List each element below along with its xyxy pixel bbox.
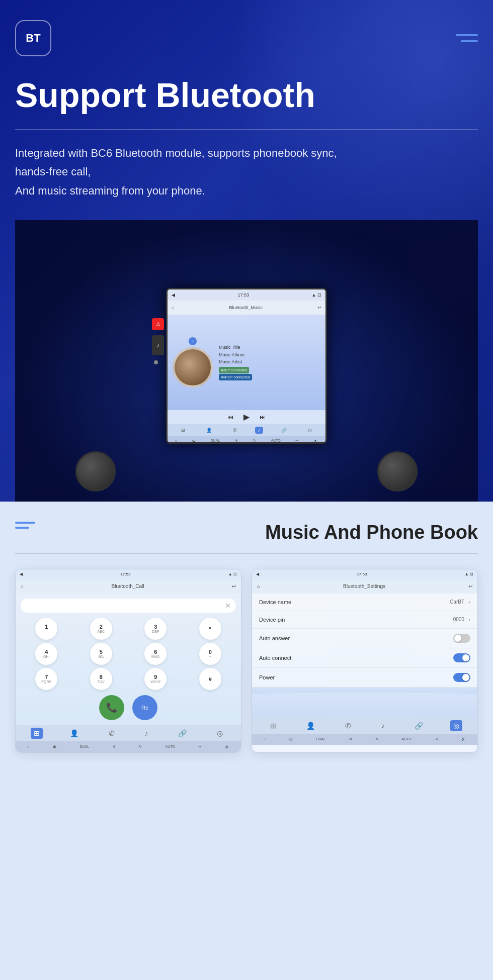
dial-key-6[interactable]: 6MNO	[144, 643, 167, 665]
next-button[interactable]: ⏭	[260, 414, 266, 421]
settings-tab-music[interactable]: ♪	[378, 720, 387, 731]
settings-tab-eye[interactable]: ◎	[450, 720, 462, 731]
sys-fan[interactable]: ❄	[235, 439, 238, 443]
settings-sys-arrow[interactable]: ⇥	[435, 737, 438, 741]
sys-recycle[interactable]: ↻	[253, 439, 256, 443]
settings-home-icon[interactable]: ⌂	[257, 583, 260, 589]
settings-screen-title: Bluetooth_Settings	[343, 583, 385, 589]
side-buttons: ⚠ ♪	[152, 318, 164, 364]
call-tab-link[interactable]: 🔗	[175, 728, 190, 739]
call-sys-home[interactable]: ⌂	[27, 745, 29, 748]
home-icon[interactable]: ⌂	[172, 305, 174, 310]
sys-power[interactable]: ⏻	[192, 439, 196, 442]
tab-music[interactable]: ♪	[255, 427, 264, 434]
phone-input[interactable]: ✕	[21, 599, 236, 613]
dial-key-7[interactable]: 7PQRS	[35, 668, 57, 690]
screen-nav-title: Bluetooth_Music	[229, 305, 263, 310]
call-back-arrow[interactable]: ◀	[20, 572, 23, 576]
sys-arrow[interactable]: ⇥	[295, 439, 298, 443]
status-icons: ▲ ⊡	[312, 292, 321, 298]
knob-right	[377, 451, 418, 492]
wave-decoration	[252, 688, 477, 718]
call-tab-music[interactable]: ♪	[141, 728, 151, 739]
screen-controls: ⏮ ▶ ⏭	[168, 410, 325, 424]
settings-sys-vol[interactable]: 🔊	[461, 737, 466, 741]
setting-row-device-pin[interactable]: Device pin 0000 ›	[252, 611, 477, 629]
settings-sys-recycle[interactable]: ↻	[375, 737, 378, 741]
setting-row-device-name[interactable]: Device name CarBT ›	[252, 594, 477, 611]
a2dp-badge: A2DP connected	[219, 367, 249, 373]
back-icon[interactable]: ↩	[317, 305, 321, 310]
tab-link[interactable]: 🔗	[278, 427, 290, 434]
call-tab-grid[interactable]: ⊞	[31, 728, 43, 739]
settings-tab-link[interactable]: 🔗	[412, 720, 426, 731]
call-status-icons: ▲ ⊡	[228, 572, 237, 576]
call-sys-recycle[interactable]: ↻	[139, 745, 142, 749]
dial-key-hash[interactable]: #	[199, 668, 221, 690]
dial-grid: 1— 2ABC 3DEF * 4GHI 5JKL	[21, 618, 236, 690]
dial-key-8[interactable]: 8TUV	[90, 668, 112, 690]
device-pin-value: 0000	[453, 617, 464, 622]
settings-back-icon[interactable]: ↩	[468, 583, 472, 589]
auto-answer-toggle[interactable]	[453, 634, 470, 643]
hero-section: BT Support Bluetooth Integrated with BC6…	[0, 0, 493, 502]
call-sys-arrow[interactable]: ⇥	[198, 745, 201, 749]
dial-key-2[interactable]: 2ABC	[90, 618, 112, 640]
settings-tab-contact[interactable]: 👤	[303, 720, 318, 731]
call-sys-power[interactable]: ⏻	[53, 745, 56, 748]
redial-button[interactable]: Re	[132, 695, 157, 720]
dial-key-4[interactable]: 4GHI	[35, 643, 57, 665]
dial-key-1[interactable]: 1—	[35, 618, 57, 640]
track-info: Music Title Music Album Music Artist A2D…	[219, 344, 252, 380]
prev-button[interactable]: ⏮	[227, 414, 233, 421]
clear-icon[interactable]: ✕	[225, 602, 231, 610]
setting-row-auto-answer[interactable]: Auto answer	[252, 629, 477, 648]
call-sys-fan[interactable]: ❄	[113, 745, 116, 749]
call-home-icon[interactable]: ⌂	[21, 583, 24, 589]
play-button[interactable]: ▶	[243, 412, 250, 422]
call-sys-vol[interactable]: 🔊	[225, 745, 229, 749]
tab-contacts[interactable]: 👤	[203, 427, 215, 434]
menu-icon[interactable]	[456, 34, 478, 42]
call-button[interactable]: 📞	[99, 695, 124, 720]
bt-logo: BT	[15, 20, 51, 56]
settings-status-icons: ▲ ⊡	[465, 572, 473, 576]
call-back-icon[interactable]: ↩	[232, 583, 236, 589]
settings-sys-power[interactable]: ⏻	[289, 737, 293, 741]
call-tab-contact[interactable]: 👤	[67, 728, 81, 739]
bottom-section-title: Music And Phone Book	[265, 522, 478, 543]
settings-sys-home[interactable]: ⌂	[264, 737, 266, 741]
menu-line-2	[461, 40, 478, 42]
bottom-menu-icon[interactable]	[15, 522, 35, 529]
dial-key-star[interactable]: *	[199, 618, 221, 640]
auto-connect-toggle[interactable]	[453, 653, 470, 662]
tab-camera[interactable]: ◎	[305, 427, 315, 434]
dial-key-3[interactable]: 3DEF	[144, 618, 167, 640]
car-display: ⚠ ♪ ◀ 17:53 ▲ ⊡ ⌂ Bluetooth_Music	[15, 220, 478, 502]
back-arrow[interactable]: ◀	[172, 292, 175, 298]
settings-sys-bar: ⌂ ⏻ DUAL ❄ ↻ AUTO ⇥ 🔊	[252, 734, 477, 745]
dial-key-0[interactable]: 0+	[199, 643, 221, 665]
dial-key-9[interactable]: 9WXYZ	[144, 668, 167, 690]
call-tab-eye[interactable]: ◎	[214, 728, 226, 739]
settings-back-arrow[interactable]: ◀	[256, 572, 259, 576]
sys-vol[interactable]: 🔊	[313, 439, 318, 443]
menu-line-top	[15, 522, 35, 524]
call-tab-phone[interactable]: ✆	[106, 728, 118, 739]
sys-home[interactable]: ⌂	[175, 439, 177, 442]
warning-button[interactable]: ⚠	[152, 318, 164, 330]
power-toggle[interactable]	[453, 673, 470, 682]
setting-row-power[interactable]: Power	[252, 668, 477, 688]
settings-tab-phone[interactable]: ✆	[342, 720, 354, 731]
tab-phone[interactable]: ✆	[230, 427, 240, 434]
music-side-button[interactable]: ♪	[152, 335, 164, 355]
settings-sys-fan[interactable]: ❄	[349, 737, 352, 741]
setting-row-auto-connect[interactable]: Auto connect	[252, 648, 477, 668]
tab-home[interactable]: ⊞	[178, 427, 188, 434]
dial-key-5[interactable]: 5JKL	[90, 643, 112, 665]
settings-screen-card: ◀ 17:53 ▲ ⊡ ⌂ Bluetooth_Settings ↩ Devic…	[252, 569, 478, 753]
power-label: Power	[259, 674, 275, 680]
screen-bottom-tabs: ⊞ 👤 ✆ ♪ 🔗 ◎	[168, 424, 325, 436]
settings-tab-grid[interactable]: ⊞	[267, 720, 279, 731]
call-sys-bar: ⌂ ⏻ DUAL ❄ ↻ AUTO ⇥ 🔊	[16, 741, 241, 752]
